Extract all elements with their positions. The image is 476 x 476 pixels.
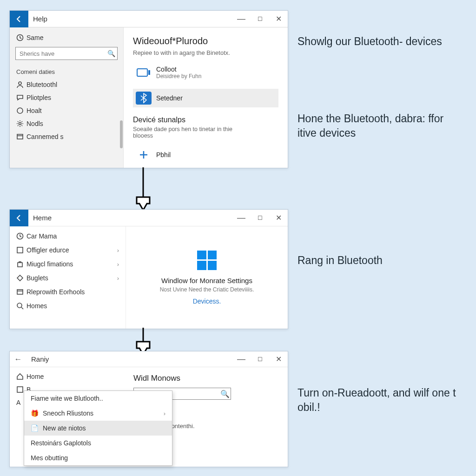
sidebar-item-3[interactable]: Buglets › <box>10 271 126 285</box>
speech-icon <box>16 94 26 101</box>
box-icon <box>16 246 26 254</box>
window-titlebar: ← Raniy — ☐ ✕ <box>10 351 288 367</box>
back-button[interactable] <box>10 210 28 226</box>
add-label: Pbhil <box>156 151 171 159</box>
menu-item-4[interactable]: Mes obutting <box>24 450 172 465</box>
menu-item-label: New ate niotos <box>43 424 86 432</box>
sidebar-item-label: Buglets <box>26 274 48 282</box>
window-titlebar: Heme — ☐ ✕ <box>10 210 288 226</box>
sidebar-item-label: Blutetoothl <box>26 81 57 88</box>
sidebar-label: Same <box>26 34 44 41</box>
search-icon[interactable]: 🔍 <box>219 390 231 398</box>
svg-rect-6 <box>148 70 150 75</box>
caption-2: Hone the Bluetooth, dabra: ffor itive de… <box>298 112 465 140</box>
sidebar-item-4[interactable]: Rleprowith Eorhools <box>10 285 126 299</box>
menu-item-3[interactable]: Restoinárs Gaplotols <box>24 436 172 450</box>
sidebar-same[interactable]: Same <box>10 31 123 44</box>
search-box[interactable]: 🔍 <box>15 47 118 60</box>
sidebar-item-1[interactable]: Pliotples <box>10 91 123 104</box>
main-subtext: Nost Uvine Need the Criatic Deteviiiis. <box>160 286 254 293</box>
flow-arrow-1 <box>134 167 152 210</box>
svg-point-3 <box>19 123 21 125</box>
main-heading: Windlow for Monrate Settings <box>161 277 252 284</box>
add-device-row[interactable]: Pbhil <box>133 145 278 164</box>
gear-icon <box>16 120 26 127</box>
close-button[interactable]: ✕ <box>269 11 288 27</box>
device-icon <box>136 66 152 79</box>
search-icon <box>16 302 26 310</box>
windows-logo-icon <box>197 251 217 270</box>
minimize-button[interactable]: — <box>232 351 251 368</box>
settings-window-1: Help — ☐ ✕ Same 🔍 Comeni daties <box>9 10 288 168</box>
menu-item-label: Fiame wite we Blutlooth.. <box>31 395 103 402</box>
window-title: Help <box>28 15 232 23</box>
device-row-2[interactable]: Setedner <box>133 89 278 107</box>
sidebar-item-2[interactable]: Hoalt <box>10 104 123 117</box>
sidebar-home[interactable]: Home <box>10 370 125 383</box>
home-icon <box>16 373 26 380</box>
sidebar-item-label: Home <box>26 373 44 380</box>
device-title: Setedner <box>156 94 183 102</box>
sidebar-item-label: Nodls <box>26 120 43 127</box>
chevron-right-icon: › <box>117 261 119 268</box>
svg-rect-10 <box>17 290 23 294</box>
svg-rect-12 <box>17 387 23 392</box>
maximize-button[interactable]: ☐ <box>251 11 269 27</box>
devices-link[interactable]: Devicess. <box>193 298 221 305</box>
page-heading: Wideouof*Plurodo <box>133 36 278 46</box>
device-title: Colloot <box>156 66 201 73</box>
search-icon[interactable]: 🔍 <box>105 50 117 57</box>
sidebar-item-bluetooth[interactable]: Blutetoothl <box>10 78 123 91</box>
section-subtext: Soeaile dade pors hen to tinetar in thie… <box>133 126 245 139</box>
sidebar-item-label: Car Mama <box>26 232 57 240</box>
minimize-button[interactable]: — <box>232 11 251 27</box>
sidebar-item-0[interactable]: Car Mama <box>10 229 126 243</box>
clock-icon <box>16 34 26 41</box>
close-button[interactable]: ✕ <box>269 210 288 226</box>
window-title: Raniy <box>26 355 232 363</box>
svg-point-11 <box>17 303 22 308</box>
window-titlebar: Help — ☐ ✕ <box>10 11 288 27</box>
device-subtitle: Deisidree by Fuhn <box>156 73 201 79</box>
menu-item-label: Mes obutting <box>31 454 68 462</box>
minimize-button[interactable]: — <box>232 210 251 226</box>
scrollbar-thumb[interactable] <box>120 120 123 148</box>
sidebar-item-label: Rleprowith Eorhools <box>26 288 85 296</box>
svg-point-1 <box>19 82 21 85</box>
sidebar-item-4[interactable]: Cannemed s <box>10 130 123 143</box>
menu-item-0[interactable]: Fiame wite we Blutlooth.. <box>24 391 172 406</box>
maximize-button[interactable]: ☐ <box>251 351 269 368</box>
settings-window-2: Heme — ☐ ✕ Car Mama Offigler edurce › Mi… <box>9 209 288 329</box>
main-pane: Windlow for Monrate Settings Nost Uvine … <box>126 226 288 329</box>
chevron-right-icon: › <box>117 275 119 282</box>
sidebar-item-2[interactable]: Miugcl fimations › <box>10 257 126 271</box>
window-icon <box>16 288 26 296</box>
close-button[interactable]: ✕ <box>269 351 288 368</box>
page-heading: Widl Monows <box>133 374 279 383</box>
svg-rect-8 <box>17 247 23 253</box>
sidebar-heading: Comeni daties <box>10 63 123 78</box>
bluetooth-icon <box>136 92 152 105</box>
sidebar-item-5[interactable]: Homes <box>10 299 126 313</box>
clock-icon <box>16 232 26 240</box>
menu-item-1[interactable]: 🎁Sneoch Rliustons › <box>24 406 172 421</box>
main-pane: Wideouof*Plurodo Repiee to with in agarg… <box>124 27 288 168</box>
sidebar-item-3[interactable]: Nodls <box>10 117 123 130</box>
maximize-button[interactable]: ☐ <box>251 210 269 226</box>
sidebar-item-label: Cannemed s <box>26 133 63 140</box>
svg-rect-9 <box>18 263 22 267</box>
menu-item-2[interactable]: 📄New ate niotos <box>24 421 172 436</box>
sidebar-item-label: Offigler edurce <box>26 246 69 254</box>
sidebar-item-1[interactable]: Offigler edurce › <box>10 243 126 257</box>
svg-point-2 <box>17 108 23 113</box>
menu-item-label: Restoinárs Gaplotols <box>31 439 91 447</box>
back-button[interactable] <box>10 11 28 27</box>
back-button[interactable]: ← <box>10 355 26 364</box>
device-row-1[interactable]: Colloot Deisidree by Fuhn <box>133 63 278 82</box>
bag-icon <box>16 260 26 268</box>
caption-3: Rang in Bluetooth <box>298 253 465 268</box>
svg-rect-5 <box>137 69 147 76</box>
search-input[interactable] <box>16 50 105 57</box>
section-heading: Devicé stunalps <box>133 116 278 124</box>
person-icon <box>16 81 26 88</box>
